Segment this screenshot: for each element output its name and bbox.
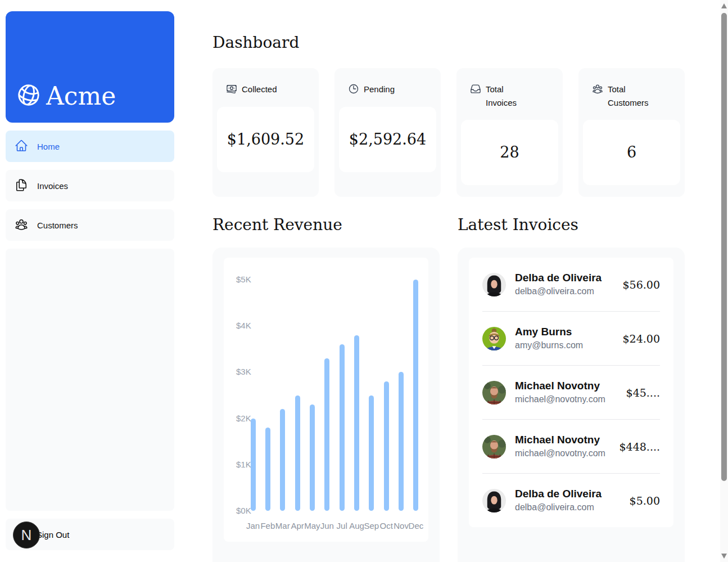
acme-logo-link[interactable]: Acme: [6, 11, 174, 123]
page-title: Dashboard: [212, 34, 720, 52]
invoice-customer-email: delba@oliveira.com: [515, 286, 620, 297]
invoice-amount: $24.00: [623, 332, 660, 345]
recent-revenue-heading: Recent Revenue: [212, 217, 440, 233]
revenue-bar-oct: [384, 381, 389, 511]
card-pending: Pending $2,592.64: [334, 68, 441, 197]
sidebar-item-invoices[interactable]: Invoices: [6, 170, 174, 201]
sidebar-item-home[interactable]: Home: [6, 131, 174, 162]
latest-invoices-card: Delba de Oliveira delba@oliveira.com $56…: [458, 248, 685, 562]
clock-icon: [348, 83, 359, 97]
card-value: 28: [461, 120, 558, 185]
revenue-bar-jan: [251, 419, 256, 511]
vertical-scrollbar[interactable]: [720, 0, 728, 562]
invoice-amount: $45....: [626, 386, 660, 399]
revenue-bar-aug: [354, 335, 359, 511]
sidebar-item-label: Invoices: [37, 181, 68, 191]
document-duplicate-icon: [15, 178, 28, 194]
invoice-customer-email: michael@novotny.com: [515, 394, 623, 405]
invoice-customer-name: Michael Novotny: [515, 380, 623, 392]
card-title: Collected: [242, 83, 277, 96]
x-axis-tick: Dec: [405, 521, 427, 530]
latest-invoices-heading: Latest Invoices: [458, 217, 685, 233]
revenue-bar-sep: [369, 395, 374, 511]
invoice-row: Michael Novotny michael@novotny.com $45.…: [482, 365, 660, 419]
card-value: $1,609.52: [217, 107, 314, 172]
y-axis-tick: $1K: [236, 459, 251, 470]
user-group-icon: [15, 218, 28, 233]
nextjs-dev-tools-badge[interactable]: N: [13, 521, 40, 548]
invoice-row: Delba de Oliveira delba@oliveira.com $56…: [482, 258, 660, 311]
revenue-chart-card: $5K$4K$3K$2K$1K$0KJanFebMarAprMayJunJulA…: [212, 248, 440, 562]
invoice-row: Delba de Oliveira delba@oliveira.com $5.…: [482, 473, 660, 527]
card-total-customers: Total Customers 6: [578, 68, 685, 197]
invoice-customer-email: michael@novotny.com: [515, 448, 616, 459]
card-total-invoices: Total Invoices 28: [456, 68, 563, 197]
card-title: Total Invoices: [486, 83, 533, 110]
recent-revenue-section: Recent Revenue $5K$4K$3K$2K$1K$0KJanFebM…: [212, 217, 440, 562]
y-axis-tick: $3K: [236, 366, 251, 377]
card-value: 6: [583, 120, 680, 185]
invoice-amount: $5.00: [630, 494, 660, 507]
card-value: $2,592.64: [339, 107, 436, 172]
y-axis-tick: $5K: [236, 274, 251, 285]
avatar-michael: [482, 381, 506, 404]
sidebar: Acme Home Invoices Customers Sign Out: [0, 0, 186, 562]
y-axis-tick: $0K: [236, 505, 251, 516]
sign-out-label: Sign Out: [37, 530, 69, 539]
revenue-bar-mar: [280, 409, 285, 511]
invoice-amount: $56.00: [623, 278, 660, 291]
revenue-bar-jun: [324, 358, 329, 511]
invoice-amount: $448....: [619, 440, 660, 453]
scroll-up-arrow-icon[interactable]: [721, 3, 727, 8]
sidebar-item-label: Customers: [37, 221, 78, 230]
revenue-chart-plot: $5K$4K$3K$2K$1K$0KJanFebMarAprMayJunJulA…: [224, 258, 428, 542]
invoice-customer-email: amy@burns.com: [515, 340, 620, 351]
revenue-bar-nov: [399, 372, 404, 511]
summary-cards: Collected $1,609.52 Pending $2,592.64: [212, 68, 720, 197]
invoice-customer-name: Delba de Oliveira: [515, 488, 626, 500]
avatar-michael: [482, 435, 506, 458]
invoice-customer-email: delba@oliveira.com: [515, 502, 626, 513]
y-axis-tick: $2K: [236, 413, 251, 424]
inbox-icon: [470, 83, 481, 97]
main-content: Dashboard Collected $1,609.52: [186, 0, 720, 562]
revenue-bar-apr: [295, 395, 300, 511]
latest-invoices-section: Latest Invoices Delba de Oliveira delba@…: [458, 217, 685, 562]
invoice-row: Amy Burns amy@burns.com $24.00: [482, 311, 660, 365]
invoice-row: Michael Novotny michael@novotny.com $448…: [482, 419, 660, 473]
card-collected: Collected $1,609.52: [212, 68, 319, 197]
sidebar-item-label: Home: [37, 142, 60, 151]
card-title: Total Customers: [608, 83, 655, 110]
revenue-bar-dec: [413, 280, 418, 511]
nextjs-n-icon: N: [21, 527, 32, 544]
home-icon: [15, 139, 28, 154]
invoice-customer-name: Michael Novotny: [515, 434, 616, 446]
scroll-down-arrow-icon[interactable]: [721, 554, 727, 559]
sidebar-item-customers[interactable]: Customers: [6, 209, 174, 241]
card-title: Pending: [364, 83, 395, 96]
globe-icon: [16, 82, 42, 110]
invoice-customer-name: Amy Burns: [515, 326, 620, 338]
invoice-customer-name: Delba de Oliveira: [515, 272, 620, 284]
revenue-bar-may: [310, 404, 315, 511]
scrollbar-thumb[interactable]: [721, 13, 727, 481]
avatar-delba: [482, 489, 506, 512]
banknotes-icon: [226, 83, 237, 97]
user-group-icon: [592, 83, 603, 97]
sidebar-spacer: [6, 249, 174, 511]
brand-text: Acme: [46, 83, 116, 109]
revenue-bar-jul: [340, 344, 345, 511]
latest-invoices-list: Delba de Oliveira delba@oliveira.com $56…: [469, 258, 673, 527]
revenue-bar-feb: [265, 428, 270, 511]
avatar-delba: [482, 273, 506, 296]
avatar-amy: [482, 327, 506, 350]
y-axis-tick: $4K: [236, 320, 251, 331]
